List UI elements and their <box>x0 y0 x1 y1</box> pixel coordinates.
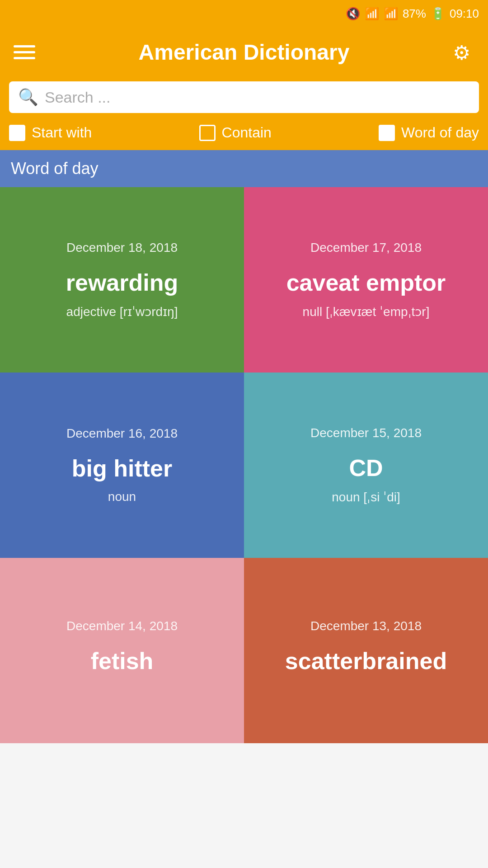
start-with-filter[interactable]: Start with <box>9 124 92 141</box>
app-header: American Dictionary ⚙ <box>0 27 488 77</box>
word-date: December 17, 2018 <box>310 241 422 255</box>
search-container: 🔍 <box>0 77 488 120</box>
section-header: Word of day <box>0 150 488 187</box>
status-icons: 🔇 📶 📶 87% 🔋 09:10 <box>346 7 479 21</box>
word-card[interactable]: December 16, 2018big hitternoun <box>0 373 244 558</box>
word-date: December 13, 2018 <box>310 619 422 633</box>
word-date: December 16, 2018 <box>66 426 178 441</box>
time-display: 09:10 <box>450 7 479 21</box>
section-title: Word of day <box>11 159 477 178</box>
word-term: CD <box>349 454 383 482</box>
word-of-day-filter[interactable]: Word of day <box>379 124 479 141</box>
battery-icon: 🔋 <box>431 7 445 21</box>
word-card[interactable]: December 17, 2018caveat emptornull [ˌkæv… <box>244 187 488 373</box>
word-of-day-label: Word of day <box>401 124 479 141</box>
word-of-day-checkbox[interactable] <box>379 125 395 141</box>
word-date: December 18, 2018 <box>66 241 178 255</box>
search-box: 🔍 <box>9 81 479 113</box>
contain-checkbox[interactable] <box>199 125 216 141</box>
word-date: December 15, 2018 <box>310 426 422 440</box>
word-card[interactable]: December 18, 2018rewardingadjective [rɪˈ… <box>0 187 244 373</box>
contain-label: Contain <box>222 124 272 141</box>
word-grid: December 18, 2018rewardingadjective [rɪˈ… <box>0 187 488 743</box>
contain-filter[interactable]: Contain <box>199 124 272 141</box>
wifi-icon: 📶 <box>365 7 379 21</box>
start-with-checkbox[interactable] <box>9 125 25 141</box>
word-pos: noun [ˌsi ˈdi] <box>332 490 400 505</box>
mute-icon: 🔇 <box>346 7 360 21</box>
menu-button[interactable] <box>14 45 35 59</box>
word-date: December 14, 2018 <box>66 619 178 633</box>
start-with-label: Start with <box>32 124 92 141</box>
filter-row: Start with Contain Word of day <box>0 120 488 150</box>
search-icon: 🔍 <box>18 88 38 107</box>
word-card[interactable]: December 15, 2018CDnoun [ˌsi ˈdi] <box>244 373 488 558</box>
word-term: scatterbrained <box>285 647 447 675</box>
word-card[interactable]: December 13, 2018scatterbrained <box>244 558 488 743</box>
word-term: caveat emptor <box>286 269 446 297</box>
word-term: fetish <box>91 647 154 675</box>
status-bar: 🔇 📶 📶 87% 🔋 09:10 <box>0 0 488 27</box>
word-term: big hitter <box>72 454 172 482</box>
settings-button[interactable]: ⚙ <box>453 41 474 63</box>
app-title: American Dictionary <box>35 40 453 65</box>
word-pos: noun <box>108 490 136 504</box>
word-card[interactable]: December 14, 2018fetish <box>0 558 244 743</box>
word-pos: adjective [rɪˈwɔrdɪŋ] <box>66 304 178 319</box>
search-input[interactable] <box>45 89 470 106</box>
battery-text: 87% <box>403 7 426 21</box>
sim-icon: 📶 <box>384 7 398 21</box>
word-term: rewarding <box>66 269 178 297</box>
word-pos: null [ˌkævɪæt ˈempˌtɔr] <box>303 304 430 319</box>
